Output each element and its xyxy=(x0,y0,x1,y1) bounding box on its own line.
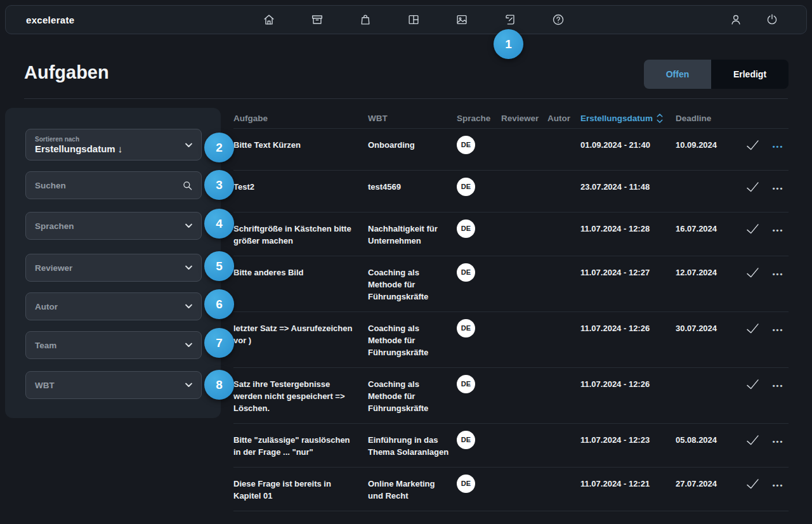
sort-value: Erstellungsdatum ↓ xyxy=(35,143,122,154)
dropdown-label: Reviewer xyxy=(35,263,72,273)
chevron-down-icon xyxy=(185,265,192,270)
task-created: 23.07.2024 - 11:48 xyxy=(580,181,676,193)
task-deadline: 12.07.2024 xyxy=(676,266,737,278)
dropdown-label: Team xyxy=(35,341,56,350)
language-badge: DE xyxy=(457,431,475,449)
team-dropdown[interactable]: Team xyxy=(25,331,202,359)
table-row[interactable]: Satz ihre Testergebnisse werden nicht ge… xyxy=(233,368,789,424)
annotation-badge-7: 7 xyxy=(204,328,234,358)
table-row[interactable]: letzter Satz => Ausrufezeichen vor ) Coa… xyxy=(233,312,789,368)
search-icon xyxy=(182,180,193,191)
task-title: Bitte "zulässige" rauslöschen in der Fra… xyxy=(233,434,368,458)
user-icon[interactable] xyxy=(728,12,743,27)
annotation-badge-4: 4 xyxy=(204,209,234,239)
language-badge: DE xyxy=(457,178,475,196)
task-wbt: Onboarding xyxy=(368,139,457,151)
complete-check-icon[interactable] xyxy=(746,223,759,237)
chevron-down-icon xyxy=(185,143,192,148)
complete-check-icon[interactable] xyxy=(746,267,759,281)
task-wbt: Coaching als Methode für Führungskräfte xyxy=(368,378,457,414)
table-row[interactable]: Test2 test4569 DE 23.07.2024 - 11:48 ••• xyxy=(233,171,789,213)
complete-check-icon[interactable] xyxy=(746,435,759,449)
table-row[interactable]: Diese Frage ist bereits in Kapitel 01 On… xyxy=(233,468,789,511)
more-options-button[interactable]: ••• xyxy=(773,324,784,336)
annotation-badge-5: 5 xyxy=(204,251,234,281)
annotation-badge-6: 6 xyxy=(204,289,234,319)
annotation-badge-3: 3 xyxy=(204,170,234,200)
col-reviewer: Reviewer xyxy=(501,114,547,123)
reviewer-dropdown[interactable]: Reviewer xyxy=(25,254,202,282)
chevron-down-icon xyxy=(185,223,192,228)
image-icon[interactable] xyxy=(454,12,469,27)
archive-icon[interactable] xyxy=(310,12,325,27)
task-table: Aufgabe WBT Sprache Reviewer Autor Erste… xyxy=(233,108,789,511)
more-options-button[interactable]: ••• xyxy=(773,141,784,153)
task-created: 11.07.2024 - 12:26 xyxy=(580,378,676,390)
language-badge: DE xyxy=(457,475,475,493)
task-deadline: 30.07.2024 xyxy=(676,322,737,334)
task-wbt: Einführung in das Thema Solaranlagen xyxy=(368,434,457,458)
col-wbt: WBT xyxy=(368,114,457,123)
annotation-badge-2: 2 xyxy=(204,133,234,162)
sprachen-dropdown[interactable]: Sprachen xyxy=(25,212,202,240)
language-badge: DE xyxy=(457,319,475,337)
complete-check-icon[interactable] xyxy=(746,140,759,154)
task-created: 11.07.2024 - 12:23 xyxy=(580,434,676,446)
tab-offen[interactable]: Offen xyxy=(644,60,711,89)
home-icon[interactable] xyxy=(261,12,277,27)
more-options-button[interactable]: ••• xyxy=(773,480,784,492)
task-wbt: Nachhaltigkeit für Unternehmen xyxy=(368,223,457,247)
navbar-menu xyxy=(261,6,566,34)
table-row[interactable]: Bitte anderes Bild Coaching als Methode … xyxy=(233,256,789,312)
col-deadline: Deadline xyxy=(676,114,737,123)
task-deadline: 10.09.2024 xyxy=(676,139,737,151)
task-title: letzter Satz => Ausrufezeichen vor ) xyxy=(233,322,368,346)
tasks-icon[interactable] xyxy=(502,12,518,27)
task-deadline: 05.08.2024 xyxy=(676,434,737,446)
dropdown-label: Sprachen xyxy=(35,221,74,231)
task-created: 11.07.2024 - 12:21 xyxy=(580,478,676,490)
layout-icon[interactable] xyxy=(406,12,421,27)
table-row[interactable]: Bitte "zulässige" rauslöschen in der Fra… xyxy=(233,424,789,468)
task-title: Diese Frage ist bereits in Kapitel 01 xyxy=(233,478,368,502)
task-wbt: Online Marketing und Recht xyxy=(368,478,457,502)
more-options-button[interactable]: ••• xyxy=(773,436,784,448)
sort-updown-icon xyxy=(657,114,663,123)
task-title: Satz ihre Testergebnisse werden nicht ge… xyxy=(233,378,368,414)
table-row[interactable]: Schriftgröße in Kästchen bitte größer ma… xyxy=(233,213,789,256)
language-badge: DE xyxy=(457,375,475,393)
tab-erledigt[interactable]: Erledigt xyxy=(711,60,789,89)
wbt-dropdown[interactable]: WBT xyxy=(25,371,202,399)
chevron-down-icon xyxy=(185,343,192,348)
brand-logo: excelerate xyxy=(26,15,74,25)
complete-check-icon[interactable] xyxy=(746,379,759,393)
col-autor: Autor xyxy=(547,114,580,123)
chevron-down-icon xyxy=(185,383,192,388)
col-erstellungsdatum[interactable]: Erstellungsdatum xyxy=(580,114,676,123)
more-options-button[interactable]: ••• xyxy=(773,183,784,195)
search-field xyxy=(25,171,202,199)
shopping-bag-icon[interactable] xyxy=(358,12,373,27)
task-title: Schriftgröße in Kästchen bitte größer ma… xyxy=(233,223,368,247)
complete-check-icon[interactable] xyxy=(746,323,759,337)
task-deadline: 16.07.2024 xyxy=(676,223,737,235)
sort-dropdown[interactable]: Sortieren nach Erstellungsdatum ↓ xyxy=(25,129,202,160)
search-input[interactable] xyxy=(26,172,182,199)
task-wbt: test4569 xyxy=(368,181,457,193)
more-options-button[interactable]: ••• xyxy=(773,268,784,280)
task-wbt: Coaching als Methode für Führungskräfte xyxy=(368,322,457,358)
table-row[interactable]: Bitte Text Kürzen Onboarding DE 01.09.20… xyxy=(233,129,789,171)
autor-dropdown[interactable]: Autor xyxy=(25,292,202,320)
top-navbar: excelerate xyxy=(5,5,807,34)
task-title: Bitte Text Kürzen xyxy=(233,139,368,151)
power-icon[interactable] xyxy=(764,12,780,27)
more-options-button[interactable]: ••• xyxy=(773,225,784,237)
complete-check-icon[interactable] xyxy=(746,181,759,195)
help-icon[interactable] xyxy=(551,12,566,27)
task-wbt: Coaching als Methode für Führungskräfte xyxy=(368,266,457,303)
more-options-button[interactable]: ••• xyxy=(773,380,784,392)
task-created: 01.09.2024 - 21:40 xyxy=(580,139,676,151)
filter-sidebar: Sortieren nach Erstellungsdatum ↓ Sprach… xyxy=(5,108,221,418)
complete-check-icon[interactable] xyxy=(746,478,759,492)
language-badge: DE xyxy=(457,219,475,238)
